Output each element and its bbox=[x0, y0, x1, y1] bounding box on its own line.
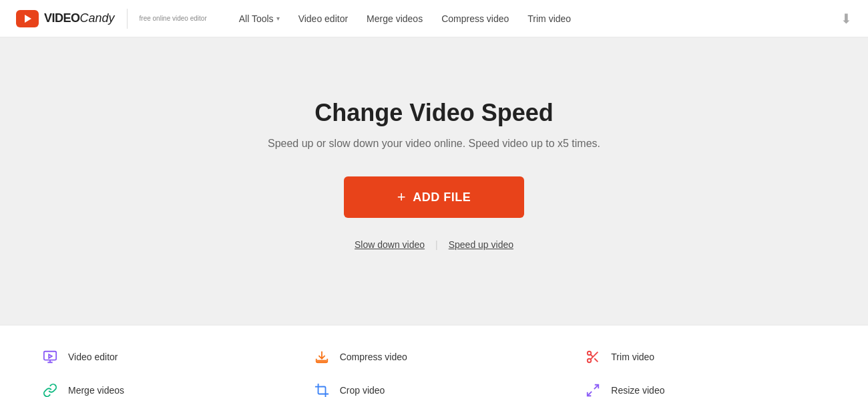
logo-tagline: free online video editor bbox=[140, 14, 207, 23]
svg-point-5 bbox=[588, 359, 592, 363]
tool-video-editor[interactable]: Video editor bbox=[40, 347, 285, 367]
compress-video-icon bbox=[312, 347, 332, 367]
logo-icon bbox=[16, 10, 39, 27]
logo[interactable]: VIDEO Candy free online video editor bbox=[16, 9, 207, 29]
tool-compress-video[interactable]: Compress video bbox=[312, 347, 557, 367]
nav-video-editor[interactable]: Video editor bbox=[298, 13, 348, 24]
main-content: Change Video Speed Speed up or slow down… bbox=[0, 37, 868, 325]
svg-line-9 bbox=[594, 385, 598, 389]
resize-video-icon bbox=[583, 380, 603, 397]
tool-merge-videos-label: Merge videos bbox=[68, 385, 124, 396]
nav-compress-video-label: Compress video bbox=[441, 13, 509, 24]
download-icon[interactable]: ⬇ bbox=[841, 11, 852, 27]
nav-compress-video[interactable]: Compress video bbox=[441, 13, 509, 24]
chevron-down-icon: ▾ bbox=[276, 15, 280, 22]
header: VIDEO Candy free online video editor All… bbox=[0, 0, 868, 37]
logo-divider bbox=[127, 9, 128, 29]
tool-compress-video-label: Compress video bbox=[340, 352, 407, 362]
speed-up-link[interactable]: Speed up video bbox=[449, 239, 513, 250]
trim-video-icon bbox=[583, 347, 603, 367]
links-row: Slow down video | Speed up video bbox=[355, 239, 513, 250]
tool-trim-video-label: Trim video bbox=[611, 352, 654, 362]
nav-merge-videos[interactable]: Merge videos bbox=[367, 13, 423, 24]
add-file-button[interactable]: + ADD FILE bbox=[344, 176, 524, 218]
logo-candy-text: Candy bbox=[80, 11, 115, 25]
footer-tools: Video editor Compress video Trim video bbox=[0, 325, 868, 397]
tool-trim-video[interactable]: Trim video bbox=[583, 347, 828, 367]
plus-icon: + bbox=[397, 188, 406, 206]
crop-video-icon bbox=[312, 380, 332, 397]
svg-line-8 bbox=[591, 354, 594, 357]
logo-text: VIDEO Candy bbox=[44, 11, 115, 25]
slow-down-link[interactable]: Slow down video bbox=[355, 239, 425, 250]
nav-all-tools-label: All Tools bbox=[239, 13, 274, 24]
tool-resize-video[interactable]: Resize video bbox=[583, 380, 828, 397]
nav-trim-video[interactable]: Trim video bbox=[527, 13, 571, 24]
page-subtitle: Speed up or slow down your video online.… bbox=[268, 138, 600, 150]
svg-point-4 bbox=[588, 352, 592, 356]
nav: All Tools ▾ Video editor Merge videos Co… bbox=[239, 13, 571, 24]
logo-video-text: VIDEO bbox=[44, 11, 80, 25]
merge-videos-icon bbox=[40, 380, 60, 397]
nav-video-editor-label: Video editor bbox=[298, 13, 348, 24]
header-right: ⬇ bbox=[841, 11, 852, 27]
tool-crop-video[interactable]: Crop video bbox=[312, 380, 557, 397]
svg-line-7 bbox=[595, 358, 598, 362]
tool-crop-video-label: Crop video bbox=[340, 385, 385, 396]
links-divider: | bbox=[435, 239, 438, 250]
page-title: Change Video Speed bbox=[314, 99, 553, 127]
nav-all-tools[interactable]: All Tools ▾ bbox=[239, 13, 280, 24]
nav-merge-videos-label: Merge videos bbox=[367, 13, 423, 24]
video-editor-icon bbox=[40, 347, 60, 367]
add-file-label: ADD FILE bbox=[413, 190, 471, 205]
tool-merge-videos[interactable]: Merge videos bbox=[40, 380, 285, 397]
svg-line-10 bbox=[588, 392, 592, 396]
nav-trim-video-label: Trim video bbox=[527, 13, 571, 24]
tool-video-editor-label: Video editor bbox=[68, 352, 118, 362]
tool-resize-video-label: Resize video bbox=[611, 385, 664, 396]
